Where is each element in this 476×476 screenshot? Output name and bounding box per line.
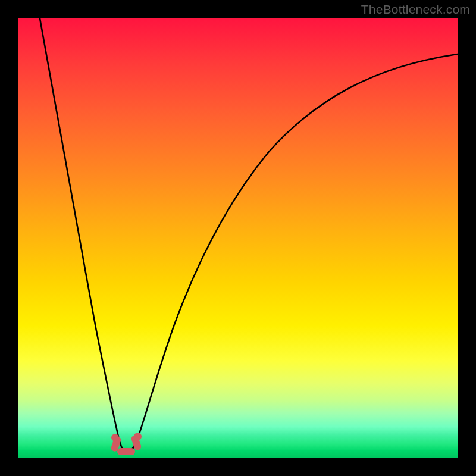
optimum-marker-cap-right <box>134 433 142 440</box>
curve-right <box>127 54 458 454</box>
curve-layer <box>18 18 458 458</box>
chart-frame: TheBottleneck.com <box>0 0 476 476</box>
plot-area <box>18 18 458 458</box>
curve-left <box>40 18 127 454</box>
optimum-marker-cap-left <box>111 434 119 441</box>
watermark-text: TheBottleneck.com <box>361 2 470 17</box>
optimum-marker-bottom <box>117 448 135 455</box>
